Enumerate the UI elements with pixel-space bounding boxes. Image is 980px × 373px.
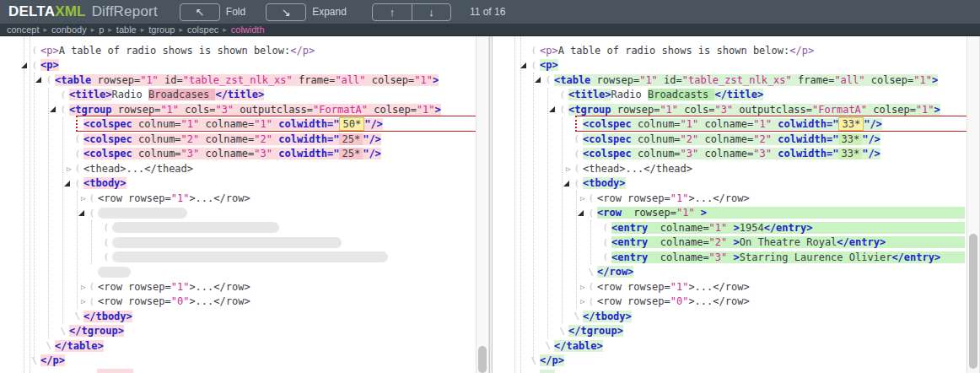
code-line: <colspec colnum="1" colname="1" colwidth… — [493, 117, 967, 132]
line-gutter: \ — [0, 340, 55, 351]
expand-toggle-icon[interactable]: ▷ — [566, 165, 570, 173]
line-gutter: ( — [493, 74, 554, 85]
code-token: "1" — [160, 104, 179, 116]
code-token: colsep= — [865, 74, 914, 86]
collapse-toggle-icon[interactable] — [549, 106, 555, 112]
code-token: 50* — [339, 117, 364, 131]
code-token: "1" — [254, 118, 272, 130]
fold-button[interactable]: ↖ — [180, 3, 220, 21]
previous-change-button[interactable]: ↑ — [373, 4, 412, 20]
expand-toggle-icon[interactable]: ▷ — [67, 165, 71, 173]
scrollbar-thumb[interactable] — [478, 346, 487, 373]
line-gutter: ( — [0, 178, 83, 189]
breadcrumb-item-tgroup[interactable]: tgroup — [148, 24, 175, 35]
code-token: <table — [55, 74, 91, 86]
code-token: > — [433, 74, 439, 86]
collapse-toggle-icon[interactable] — [64, 181, 70, 186]
code-line: \</tbody> — [0, 309, 476, 324]
breadcrumb-item-table[interactable]: table — [116, 24, 137, 35]
collapse-toggle-icon[interactable] — [535, 77, 541, 83]
code-line: (<title>Radio Broadcases </title> — [0, 88, 476, 103]
fold-mark: ( — [530, 45, 536, 56]
code-token: A table of radio shows is shown below: — [59, 45, 291, 57]
code-line: (<tbody> — [493, 176, 967, 192]
expand-toggle-icon[interactable]: ▷ — [81, 194, 85, 203]
collapse-toggle-icon[interactable] — [78, 210, 84, 216]
breadcrumb-item-p[interactable]: p — [99, 24, 104, 35]
code-token: Broadcases — [148, 89, 215, 100]
breadcrumb-item-concept[interactable]: concept — [7, 24, 40, 35]
breadcrumb-item-colwidth[interactable]: colwidth — [231, 24, 265, 35]
code-token: colnum= — [132, 118, 181, 130]
code-line: (<colspec colnum="2" colname="2" colwidt… — [0, 132, 476, 147]
fold-mark: ( — [74, 163, 80, 174]
left-pane-scrollbar[interactable] — [476, 36, 489, 373]
code-token: "1" — [676, 207, 695, 219]
code-token: "3" — [709, 251, 728, 263]
collapse-toggle-icon[interactable] — [50, 106, 56, 112]
code-line: ▷(<row rowsep="1">...</row> — [493, 279, 967, 295]
line-gutter: ( — [493, 133, 583, 144]
code-token: <title> — [69, 89, 112, 100]
code-line: (<colspec colnum="3" colname="3" colwidt… — [0, 147, 476, 162]
code-token: "1" — [670, 281, 689, 293]
fold-mark: ( — [602, 251, 608, 262]
expand-arrow-icon: ↘ — [282, 6, 291, 19]
code-token: "1" — [140, 74, 159, 86]
fold-arrow-icon: ↖ — [195, 6, 204, 19]
code-line: (<row rowsep="1" > — [493, 206, 967, 221]
breadcrumb-item-conbody[interactable]: conbody — [51, 24, 87, 35]
collapse-toggle-icon[interactable] — [35, 77, 41, 83]
code-token: cols= — [179, 104, 215, 116]
code-token: "3" — [714, 104, 733, 116]
code-token: outputclass= — [234, 104, 313, 116]
expand-button[interactable]: ↘ — [266, 3, 306, 21]
code-token: <tbody> — [583, 177, 626, 189]
code-line: (<entry colname="3" >Starring Laurence O… — [493, 250, 967, 265]
code-token: frame= — [293, 74, 336, 86]
code-token: colname= — [199, 148, 254, 159]
right-document-pane: (<p>A table of radio shows is shown belo… — [493, 36, 967, 373]
line-gutter: ( — [0, 208, 98, 219]
expand-toggle-icon[interactable]: ▷ — [580, 283, 584, 291]
expand-label: Expand — [312, 6, 347, 18]
code-token: colname= — [698, 133, 753, 145]
fold-mark: \ — [530, 355, 536, 366]
line-gutter: ( — [0, 237, 112, 248]
code-line: \</table> — [493, 338, 967, 354]
breadcrumb-separator-icon: ▸ — [91, 25, 95, 34]
expand-toggle-icon[interactable]: ▷ — [580, 194, 584, 203]
code-token: 25* — [339, 148, 363, 159]
collapse-toggle-icon[interactable] — [578, 210, 584, 216]
code-token: colwidth=" — [272, 148, 339, 159]
fold-mark: ( — [545, 74, 551, 85]
fold-mark: \ — [545, 340, 551, 351]
collapse-toggle-icon[interactable] — [520, 62, 526, 68]
collapse-toggle-icon[interactable] — [563, 181, 569, 186]
collapsed-content-placeholder — [98, 208, 187, 219]
code-token: <p> — [40, 45, 59, 57]
scrollbar-thumb[interactable] — [969, 234, 977, 369]
next-change-button[interactable]: ↓ — [412, 4, 450, 20]
code-token: <colspec — [583, 148, 632, 159]
fold-mark: ( — [573, 133, 579, 144]
expand-toggle-icon[interactable]: ▷ — [580, 297, 584, 305]
expand-toggle-icon[interactable]: ▷ — [81, 297, 85, 305]
code-token: <tgroup — [568, 104, 611, 116]
collapsed-content-placeholder — [112, 222, 279, 233]
line-gutter: \ — [493, 355, 540, 366]
line-gutter: ( — [0, 60, 40, 71]
expand-toggle-icon[interactable]: ▷ — [81, 283, 85, 291]
code-token: colsep= — [867, 104, 916, 116]
code-token: </entry> — [764, 222, 813, 234]
fold-mark: ( — [573, 163, 579, 174]
code-token: "0" — [171, 295, 190, 307]
collapse-toggle-icon[interactable] — [21, 62, 27, 68]
fold-mark: ( — [31, 45, 37, 56]
code-token: <row rowsep= — [98, 192, 171, 204]
breadcrumb-item-colspec[interactable]: colspec — [187, 24, 218, 35]
right-pane-scrollbar[interactable] — [967, 36, 980, 373]
code-token: colnum= — [132, 133, 181, 145]
code-token: colname= — [199, 118, 254, 130]
code-line: (<table rowsep="1" id="table_zst_nlk_xs"… — [493, 73, 967, 88]
